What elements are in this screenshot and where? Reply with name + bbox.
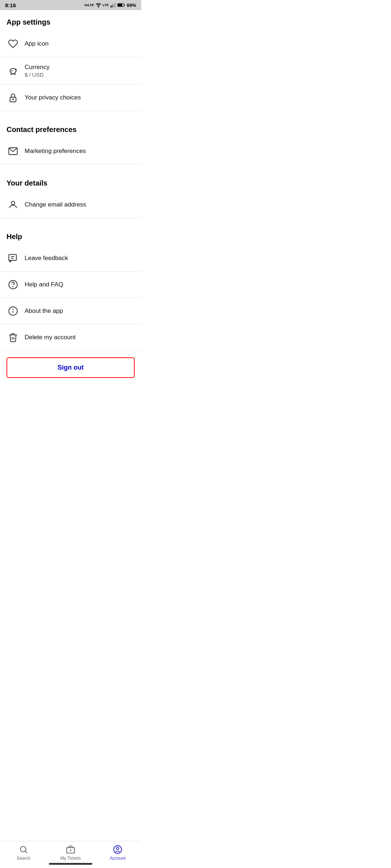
svg-rect-13	[9, 255, 16, 260]
app-icon-text: App icon	[25, 40, 49, 47]
feedback-icon	[7, 252, 20, 265]
status-bar: 8:16 VoLTE LTE 69%	[0, 0, 141, 10]
marketing-preferences-text: Marketing preferences	[25, 148, 86, 155]
privacy-choices-item[interactable]: Your privacy choices	[0, 85, 141, 111]
about-app-text: About the app	[25, 307, 63, 315]
leave-feedback-item[interactable]: Leave feedback	[0, 245, 141, 272]
your-details-header: Your details	[0, 171, 141, 192]
lte-icon: LTE	[103, 3, 109, 7]
help-circle-icon	[7, 278, 20, 291]
svg-point-0	[98, 7, 98, 7]
marketing-preferences-item[interactable]: Marketing preferences	[0, 138, 141, 165]
currency-sublabel: $ / USD	[25, 72, 50, 78]
help-faq-text: Help and FAQ	[25, 281, 63, 288]
sign-out-container: Sign out	[0, 351, 141, 384]
heart-icon	[7, 37, 20, 50]
svg-point-17	[13, 286, 13, 287]
help-section: Help Leave feedback	[0, 225, 141, 351]
about-app-item[interactable]: About the app	[0, 298, 141, 324]
change-email-item[interactable]: Change email address	[0, 192, 141, 218]
svg-point-8	[12, 71, 12, 71]
currency-text: Currency $ / USD	[25, 64, 50, 78]
battery-icon	[117, 3, 125, 8]
info-circle-icon	[7, 305, 20, 318]
help-faq-label: Help and FAQ	[25, 281, 63, 288]
lock-icon	[7, 91, 20, 104]
app-icon-item[interactable]: App icon	[0, 31, 141, 57]
currency-item[interactable]: Currency $ / USD	[0, 57, 141, 85]
svg-point-10	[13, 99, 13, 100]
svg-point-16	[9, 280, 17, 289]
leave-feedback-label: Leave feedback	[25, 255, 68, 262]
svg-rect-4	[115, 3, 116, 7]
volte-icon: VoLTE	[84, 3, 94, 7]
contact-preferences-section: Contact preferences Marketing preference…	[0, 118, 141, 165]
contact-preferences-header: Contact preferences	[0, 118, 141, 138]
privacy-choices-text: Your privacy choices	[25, 94, 81, 101]
svg-rect-7	[118, 4, 122, 7]
app-settings-header: App settings	[0, 10, 141, 31]
status-icons: VoLTE LTE 69%	[84, 2, 136, 8]
battery-percent: 69%	[127, 3, 136, 8]
about-app-label: About the app	[25, 307, 63, 315]
help-faq-item[interactable]: Help and FAQ	[0, 272, 141, 298]
app-icon-label: App icon	[25, 40, 49, 47]
main-content: App settings App icon	[0, 10, 141, 424]
delete-account-item[interactable]: Delete my account	[0, 324, 141, 351]
your-details-section: Your details Change email address	[0, 171, 141, 218]
email-icon	[7, 145, 20, 158]
svg-point-21	[13, 309, 13, 310]
change-email-text: Change email address	[25, 201, 86, 208]
sign-out-button[interactable]: Sign out	[7, 357, 135, 378]
privacy-choices-label: Your privacy choices	[25, 94, 81, 101]
svg-rect-2	[112, 5, 113, 8]
wifi-icon	[96, 2, 101, 8]
person-icon	[7, 198, 20, 211]
delete-account-label: Delete my account	[25, 334, 76, 341]
app-settings-section: App settings App icon	[0, 10, 141, 111]
currency-label: Currency	[25, 64, 50, 71]
svg-point-12	[11, 201, 14, 205]
status-time: 8:16	[5, 2, 16, 8]
svg-rect-6	[124, 4, 125, 5]
signal-icon	[110, 2, 116, 8]
svg-rect-1	[110, 5, 112, 7]
help-header: Help	[0, 225, 141, 245]
trash-icon	[7, 331, 20, 344]
piggy-bank-icon	[7, 64, 20, 77]
leave-feedback-text: Leave feedback	[25, 255, 68, 262]
change-email-label: Change email address	[25, 201, 86, 208]
svg-rect-3	[113, 4, 114, 8]
marketing-preferences-label: Marketing preferences	[25, 148, 86, 155]
delete-account-text: Delete my account	[25, 334, 76, 341]
